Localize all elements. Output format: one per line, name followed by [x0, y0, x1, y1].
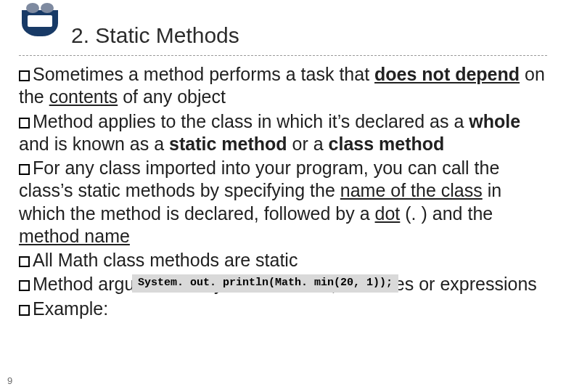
text-bold: class method	[329, 134, 445, 154]
slide-title: 2. Static Methods	[71, 23, 239, 51]
text: and the	[427, 203, 493, 224]
text: Sometimes a method performs a task that	[33, 64, 374, 84]
text-bold: static method	[169, 134, 287, 154]
text: or a	[287, 134, 329, 154]
text: Method applies to the class in which it’…	[33, 111, 469, 131]
text: All Math class methods are static	[33, 250, 298, 270]
text-underline-bold: does not depend	[374, 64, 520, 84]
checkbox-icon	[19, 256, 30, 267]
text: of any object	[118, 86, 226, 107]
bullet-2: Method applies to the class in which it’…	[19, 110, 547, 156]
checkbox-icon	[19, 70, 30, 81]
crest-icon	[22, 10, 58, 36]
text: (. )	[400, 203, 427, 224]
bullet-3: For any class imported into your program…	[19, 157, 547, 248]
slide-body: Sometimes a method performs a task that …	[19, 63, 547, 320]
text-underline: name of the class	[340, 180, 483, 200]
checkbox-icon	[19, 280, 30, 291]
slide-header: 2. Static Methods	[19, 9, 547, 51]
bullet-5: Method arguments may be constants, varia…	[19, 273, 537, 295]
text: and is known as a	[19, 134, 169, 154]
bullet-6: Example:	[19, 298, 547, 320]
text: Example:	[33, 298, 108, 319]
text-underline: contents	[49, 86, 118, 107]
page-number: 9	[7, 375, 12, 386]
text-underline: method name	[19, 226, 130, 246]
checkbox-icon	[19, 118, 30, 128]
bullet-4: All Math class methods are static	[19, 249, 547, 271]
checkbox-icon	[19, 305, 30, 316]
bullet-1: Sometimes a method performs a task that …	[19, 63, 547, 109]
divider	[19, 55, 547, 56]
slide: 2. Static Methods Sometimes a method per…	[0, 0, 566, 392]
text-bold: whole	[469, 111, 520, 131]
code-snippet: System. out. println(Math. min(20, 1));	[132, 274, 398, 293]
checkbox-icon	[19, 164, 30, 175]
text-underline: dot	[375, 203, 401, 224]
university-logo	[19, 9, 61, 51]
